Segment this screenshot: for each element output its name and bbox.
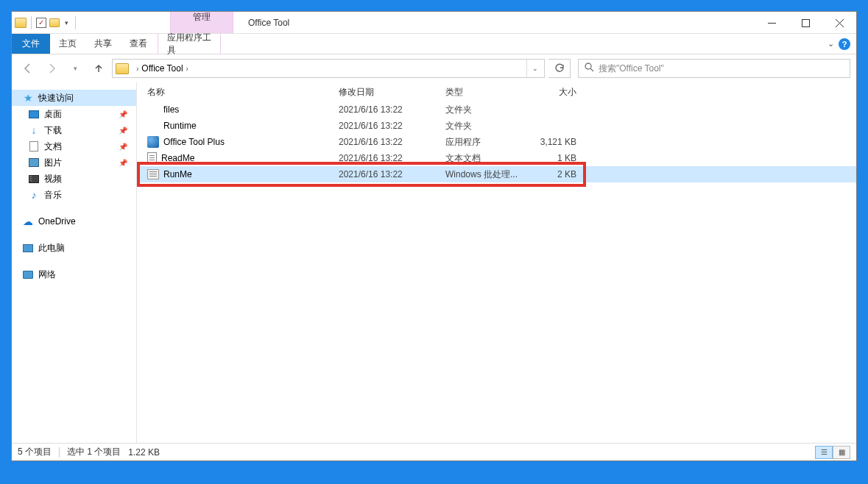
share-tab[interactable]: 共享: [85, 34, 121, 54]
sidebar-network[interactable]: 网络: [12, 266, 136, 282]
search-box[interactable]: 搜索"Office Tool": [578, 59, 850, 78]
sidebar-item-pictures[interactable]: 图片 📌: [12, 154, 136, 171]
file-name-label: Runtime: [163, 121, 197, 131]
back-button[interactable]: [18, 58, 38, 79]
qat-new-folder-button[interactable]: [49, 18, 60, 27]
pc-icon: [22, 242, 34, 254]
file-list-view[interactable]: 名称 修改日期 类型 大小 files2021/6/16 13:22文件夹Run…: [137, 82, 856, 443]
quick-access-toolbar: ✓ ▾: [12, 12, 80, 33]
title-bar: ✓ ▾ 管理 Office Tool: [12, 12, 856, 34]
ribbon-contextual-header: 管理: [170, 12, 233, 33]
file-row[interactable]: Office Tool Plus2021/6/16 13:22应用程序3,121…: [137, 134, 856, 150]
pin-icon: 📌: [119, 143, 127, 151]
address-history-button[interactable]: ⌄: [526, 60, 543, 77]
sidebar-network-label: 网络: [38, 268, 56, 281]
thumbnails-view-button[interactable]: ▦: [833, 446, 850, 459]
ribbon-tabs: 文件 主页 共享 查看 应用程序工具 ⌄ ?: [12, 34, 856, 54]
sidebar-quick-access-label: 快速访问: [38, 92, 74, 104]
file-type-cell: 文件夹: [442, 104, 531, 116]
file-type-cell: Windows 批处理...: [442, 168, 531, 181]
minimize-button[interactable]: [755, 12, 788, 34]
sidebar-quick-access[interactable]: ★ 快速访问: [12, 90, 136, 106]
file-row[interactable]: RunMe2021/6/16 13:22Windows 批处理...2 KB: [137, 166, 856, 182]
file-name-cell: RunMe: [144, 169, 336, 179]
address-bar[interactable]: › Office Tool › ⌄: [112, 59, 545, 78]
forward-button[interactable]: [41, 58, 62, 79]
address-folder-icon: [116, 63, 129, 74]
download-icon: ↓: [28, 124, 40, 136]
file-size-cell: 2 KB: [531, 169, 582, 179]
details-view-button[interactable]: ☰: [815, 446, 833, 459]
close-button[interactable]: [822, 12, 856, 34]
ribbon-collapse-button[interactable]: ⌄: [828, 39, 834, 49]
file-name-label: RunMe: [163, 169, 192, 179]
sidebar-item-downloads[interactable]: ↓ 下载 📌: [12, 122, 136, 138]
ribbon-contextual-label: 管理: [193, 13, 211, 22]
app-tools-tab[interactable]: 应用程序工具: [158, 34, 221, 54]
pin-icon: 📌: [119, 110, 127, 118]
file-size-cell: 3,121 KB: [531, 137, 582, 147]
sidebar-item-label: 文档: [44, 140, 62, 153]
col-header-date[interactable]: 修改日期: [336, 86, 442, 99]
file-tab[interactable]: 文件: [12, 34, 50, 54]
status-item-count: 5 个项目: [18, 446, 52, 458]
file-row[interactable]: ReadMe2021/6/16 13:22文本文档1 KB: [137, 150, 856, 166]
sidebar-item-videos[interactable]: 视频: [12, 171, 136, 187]
file-name-label: Office Tool Plus: [163, 137, 225, 147]
file-date-cell: 2021/6/16 13:22: [336, 104, 442, 115]
file-type-cell: 文本文档: [442, 152, 531, 165]
qat-customize-button[interactable]: ▾: [63, 19, 71, 26]
up-button[interactable]: [88, 58, 109, 79]
file-row[interactable]: Runtime2021/6/16 13:22文件夹: [137, 118, 856, 134]
file-date-cell: 2021/6/16 13:22: [336, 169, 442, 179]
navigation-pane[interactable]: ★ 快速访问 桌面 📌 ↓ 下载 📌 文档 📌 图片 📌: [12, 82, 137, 443]
explorer-body: ★ 快速访问 桌面 📌 ↓ 下载 📌 文档 📌 图片 📌: [12, 82, 856, 443]
sidebar-this-pc[interactable]: 此电脑: [12, 240, 136, 256]
music-icon: ♪: [28, 189, 40, 201]
folder-icon: [147, 121, 159, 131]
col-header-size[interactable]: 大小: [531, 86, 582, 99]
file-name-cell: Runtime: [144, 121, 336, 131]
help-icon[interactable]: ?: [839, 38, 850, 50]
recent-locations-button[interactable]: ▾: [65, 58, 85, 79]
network-icon: [22, 268, 34, 280]
home-tab[interactable]: 主页: [50, 34, 85, 54]
refresh-button[interactable]: [548, 59, 571, 78]
file-name-cell: ReadMe: [144, 152, 336, 164]
cloud-icon: ☁: [22, 216, 34, 227]
sidebar-item-label: 桌面: [44, 108, 62, 121]
folder-icon: [147, 105, 159, 115]
star-icon: ★: [22, 92, 34, 104]
file-date-cell: 2021/6/16 13:22: [336, 153, 442, 163]
breadcrumb-separator-icon[interactable]: ›: [133, 65, 141, 73]
file-name-cell: Office Tool Plus: [144, 136, 336, 148]
sidebar-this-pc-label: 此电脑: [38, 242, 65, 255]
pictures-icon: [28, 157, 40, 168]
status-selection-count: 选中 1 个项目: [67, 446, 121, 458]
sidebar-item-music[interactable]: ♪ 音乐: [12, 187, 136, 203]
app-icon[interactable]: [15, 18, 27, 28]
breadcrumb-separator-icon[interactable]: ›: [183, 65, 191, 73]
window-title: Office Tool: [233, 18, 755, 28]
file-row[interactable]: files2021/6/16 13:22文件夹: [137, 102, 856, 118]
sidebar-item-documents[interactable]: 文档 📌: [12, 138, 136, 154]
qat-properties-button[interactable]: ✓: [36, 18, 46, 28]
col-header-name[interactable]: 名称: [144, 86, 336, 99]
file-date-cell: 2021/6/16 13:22: [336, 121, 442, 131]
document-icon: [28, 140, 40, 152]
sidebar-item-desktop[interactable]: 桌面 📌: [12, 106, 136, 122]
pin-icon: 📌: [119, 127, 127, 135]
sidebar-item-label: 音乐: [44, 189, 62, 202]
sidebar-onedrive[interactable]: ☁ OneDrive: [12, 213, 136, 229]
maximize-button[interactable]: [788, 12, 822, 34]
column-headers: 名称 修改日期 类型 大小: [137, 82, 856, 102]
file-date-cell: 2021/6/16 13:22: [336, 137, 442, 147]
view-tab[interactable]: 查看: [121, 34, 156, 54]
breadcrumb-segment[interactable]: Office Tool: [141, 63, 183, 74]
svg-point-1: [585, 63, 591, 69]
file-name-label: ReadMe: [161, 153, 194, 163]
text-file-icon: [147, 152, 157, 164]
file-size-cell: 1 KB: [531, 153, 582, 163]
col-header-type[interactable]: 类型: [442, 86, 531, 99]
pin-icon: 📌: [119, 159, 127, 167]
